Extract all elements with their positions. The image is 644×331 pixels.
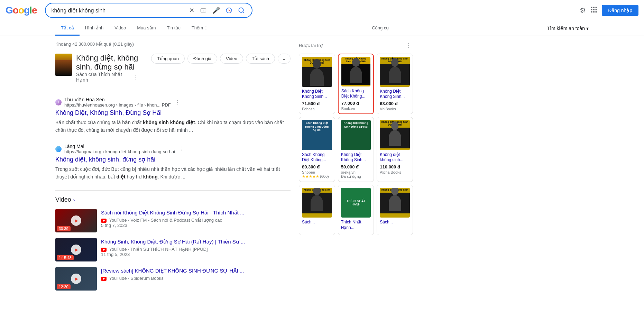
product-name-2: Sách Không Diệt Không... [341, 89, 371, 99]
safe-search[interactable]: Tìm kiếm an toàn ▾ [547, 26, 589, 31]
settings-button[interactable]: ⚙ [580, 6, 586, 15]
pill-taisach[interactable]: Tải sách [246, 54, 275, 64]
product-price-4: 80.300 đ [302, 164, 332, 169]
video-item-1[interactable]: 30:39 Sách nói Không Diệt Không Sinh Đừn… [55, 209, 291, 232]
right-column: Được tài trợ ⋮ Không diệt Không Sinh Đừn… [299, 42, 413, 291]
product-name-7: Sách... [302, 220, 332, 225]
source-url-2: https://langmai.org › khong-diet-khong-s… [64, 149, 175, 154]
video-title-2[interactable]: Không Sinh, Không Diệt, Đừng Sợ Hãi (Rất… [101, 238, 291, 245]
product-seller-3: VniBooks [380, 107, 410, 111]
result-source-2: L Làng Mai https://langmai.org › khong-d… [55, 144, 291, 154]
video-title-3[interactable]: [Review sách] KHÔNG DIỆT KHÔNG SINH ĐỪNG… [101, 267, 291, 274]
safe-search-label: Tìm kiếm an toàn [547, 26, 585, 31]
search-input[interactable] [51, 7, 185, 13]
product-card-7[interactable]: Không diệt Không Sinh Sách... [299, 185, 335, 235]
product-card-2[interactable]: Không diệt Không Sinh Đừng Sợ Hãi Sách K… [338, 54, 374, 114]
clear-button[interactable]: ✕ [188, 5, 196, 16]
book-subtitle: Sách của Thích Nhất Hạnh [76, 72, 130, 83]
product-card-5[interactable]: Không Diệt Không Sinh Đừng Sợ Hãi Không … [338, 117, 374, 182]
product-name-4: Sách Không Diệt Không... [302, 152, 332, 163]
product-name-9: Sách... [380, 220, 410, 225]
product-seller-1: Fahasa [302, 107, 332, 111]
book-info: Không diệt, không sinh, đừng sợ hãi Sách… [76, 54, 140, 83]
video-section-label: Video [55, 196, 71, 203]
video-info-1: Sách nói Không Diệt Không Sinh Đừng Sợ H… [101, 209, 291, 232]
search-button[interactable] [237, 6, 246, 15]
sponsored-label: Được tài trợ [299, 43, 323, 48]
youtube-icon-2 [101, 248, 107, 252]
keyboard-icon-button[interactable] [199, 6, 208, 15]
book-more-button[interactable]: ⋮ [132, 73, 140, 81]
login-button[interactable]: Đăng nhập [602, 5, 638, 16]
source-name-2: Làng Mai [64, 144, 175, 149]
video-duration-1: 30:39 [57, 226, 71, 231]
video-meta-3: YouTube · Spiderum Books [101, 276, 291, 281]
svg-rect-19 [596, 11, 597, 12]
play-overlay-1 [71, 215, 81, 226]
youtube-icon-3 [101, 277, 107, 281]
tab-hinhanh[interactable]: Hình ảnh [80, 21, 109, 36]
tab-muasam[interactable]: Mua sắm [131, 21, 161, 36]
product-card-8[interactable]: THÍCH NHẤT HẠNH Thích Nhất Hạnh... [338, 185, 374, 235]
apps-button[interactable] [590, 6, 598, 15]
result-title-1[interactable]: Không Diệt, Không Sinh, Đừng Sợ Hãi [55, 109, 291, 117]
lens-button[interactable] [224, 6, 234, 15]
favicon-langmai: L [55, 146, 62, 152]
result-desc-2: Trong suốt cuộc đời, đức Bụt cũng bị nhi… [55, 165, 291, 181]
product-card-4[interactable]: Sách Không Diệt Không Sinh Đừng Sợ Hãi S… [299, 117, 335, 182]
product-img-4: Sách Không Diệt Không Sinh Đừng Sợ Hãi [302, 120, 332, 150]
video-thumb-2: 1:15:43 [55, 238, 97, 261]
tools-tab[interactable]: Công cụ [366, 21, 394, 36]
product-card-3[interactable]: Không diệt Không Sinh Đừng Sợ Hãi Không … [377, 54, 413, 114]
product-card-1[interactable]: Không diệt Không Sinh Đừng Sợ Hãi Không … [299, 54, 335, 114]
product-img-6: Không diệt Không Sinh Đừng Sợ Hãi [380, 120, 410, 150]
product-img-9: Không diệt Không Sinh [380, 188, 410, 218]
pill-danhgia[interactable]: Đánh giá [187, 54, 217, 64]
video-results: 30:39 Sách nói Không Diệt Không Sinh Đừn… [55, 209, 291, 291]
video-item-3[interactable]: 12:20 [Review sách] KHÔNG DIỆT KHÔNG SIN… [55, 267, 291, 291]
svg-rect-13 [596, 7, 597, 8]
divider [55, 91, 291, 91]
pill-tonquan[interactable]: Tổng quan [151, 54, 185, 64]
product-name-6: Không diệt không sinh... [380, 152, 410, 163]
result-more-button-1[interactable]: ⋮ [174, 98, 182, 106]
search-icons: ✕ 🎤 [188, 5, 246, 16]
play-overlay-3 [71, 274, 81, 284]
play-overlay-2 [71, 245, 81, 255]
product-card-9[interactable]: Không diệt Không Sinh Sách... [377, 185, 413, 235]
video-duration-2: 1:15:43 [57, 255, 74, 260]
video-title-1[interactable]: Sách nói Không Diệt Không Sinh Đừng Sợ H… [101, 209, 291, 216]
video-section-arrow[interactable]: › [73, 197, 75, 203]
tab-them[interactable]: Thêm ⋮ [186, 21, 214, 36]
product-img-2: Không diệt Không Sinh Đừng Sợ Hãi [341, 57, 371, 86]
product-seller-5: oreka.vn [341, 170, 371, 174]
product-card-6[interactable]: Không diệt Không Sinh Đừng Sợ Hãi Không … [377, 117, 413, 182]
video-meta-2: YouTube · Thiền Sư THÍCH NHẤT HẠNH [PPUD… [101, 247, 291, 252]
used-tag-5: Đã sử dụng [341, 174, 371, 179]
video-item-2[interactable]: 1:15:43 Không Sinh, Không Diệt, Đừng Sợ … [55, 238, 291, 261]
main-content: Khoảng 42.300.000 kết quả (0,21 giây) Kh… [0, 36, 644, 296]
video-date-1: 5 thg 7, 2023 [101, 223, 291, 228]
pill-video[interactable]: Video [220, 54, 243, 64]
search-result-1: T Thư Viện Hoa Sen https://thuvienhoasen… [55, 97, 291, 134]
voice-search-button[interactable]: 🎤 [211, 5, 221, 16]
tab-video[interactable]: Video [109, 21, 131, 36]
tab-tatca[interactable]: Tất cả [55, 21, 80, 36]
left-column: Khoảng 42.300.000 kết quả (0,21 giây) Kh… [55, 42, 291, 291]
svg-rect-15 [593, 9, 595, 10]
result-more-button-2[interactable]: ⋮ [178, 145, 186, 153]
product-img-8: THÍCH NHẤT HẠNH [341, 188, 371, 218]
video-duration-3: 12:20 [57, 284, 71, 289]
sponsored-more-button[interactable]: ⋮ [405, 42, 413, 49]
video-thumb-3: 12:20 [55, 267, 97, 291]
youtube-icon-1 [101, 219, 107, 223]
nav-tabs: Tất cả Hình ảnh Video Mua sắm Tin tức Th… [0, 21, 644, 36]
result-title-2[interactable]: Không diệt, không sinh, đừng sợ hãi [55, 156, 291, 163]
book-title: Không diệt, không sinh, đừng sợ hãi [76, 54, 140, 72]
pill-more[interactable]: ⌄ [278, 54, 291, 64]
svg-point-9 [239, 8, 243, 12]
product-price-1: 71.500 đ [302, 101, 332, 106]
tab-tintuc[interactable]: Tin tức [161, 21, 186, 36]
product-seller-4: Shopee [302, 170, 332, 174]
product-rating-4: ★★★★★ (600) [302, 174, 332, 179]
